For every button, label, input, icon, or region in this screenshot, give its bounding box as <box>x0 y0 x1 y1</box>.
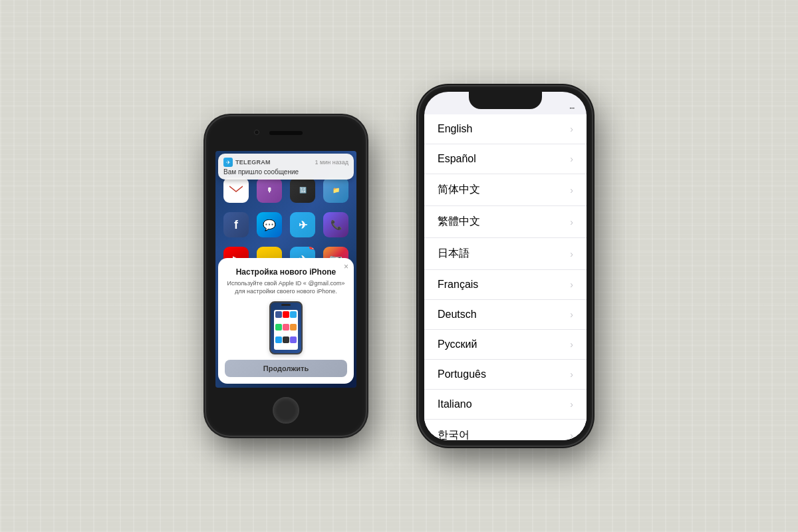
mini-app-4 <box>275 324 282 331</box>
svg-rect-0 <box>229 185 243 196</box>
modal-phone-image <box>269 301 303 354</box>
lang-item-german[interactable]: Deutsch › <box>424 300 587 330</box>
setup-modal: × Настройка нового iPhone Используйте св… <box>218 258 354 384</box>
lang-name-german: Deutsch <box>438 309 477 321</box>
lang-name-french: Français <box>438 279 478 291</box>
chevron-icon-portuguese: › <box>570 369 573 380</box>
language-list: English › Español › 简体中文 › 繁體中文 › 日本語 › … <box>424 114 587 440</box>
chevron-icon-japanese: › <box>570 249 573 259</box>
app-wrapper-files: 📁 Файлы <box>322 178 350 203</box>
modal-continue-button[interactable]: Продолжить <box>225 360 347 377</box>
battery-icon: ··· <box>569 105 575 112</box>
mini-app-3 <box>290 311 297 318</box>
lang-item-italian[interactable]: Italiano › <box>424 390 587 420</box>
notification-header: ✈ TELEGRAM 1 мин назад <box>223 158 348 167</box>
chevron-icon-german: › <box>570 309 573 320</box>
lang-item-russian[interactable]: Русский › <box>424 330 587 360</box>
modal-close-button[interactable]: × <box>344 262 348 271</box>
modal-body: Используйте свой Apple ID « @gmail.com» … <box>225 279 347 296</box>
notification-app-info: ✈ TELEGRAM <box>223 158 271 167</box>
chevron-icon-korean: › <box>570 430 573 441</box>
mini-app-5 <box>283 324 289 331</box>
lang-name-simplified-chinese: 简体中文 <box>438 183 480 197</box>
lang-item-french[interactable]: Français › <box>424 270 587 300</box>
notification-time: 1 мин назад <box>315 159 348 166</box>
app-wrapper-podcasts: 🎙 Подкасты <box>255 178 283 203</box>
mini-app-1 <box>275 311 282 318</box>
chevron-icon-russian: › <box>570 339 573 350</box>
lang-name-traditional-chinese: 繁體中文 <box>438 215 480 229</box>
modal-phone-screen <box>274 310 298 350</box>
mini-app-2 <box>283 311 289 318</box>
mini-app-8 <box>283 336 289 343</box>
app-wrapper-calc: 🔢 Калькулятор <box>289 178 317 203</box>
mini-app-6 <box>290 324 297 331</box>
iphonex-screen: ··· English › Español › 简体中文 › 繁體中文 › 日本… <box>424 92 587 440</box>
notification-banner[interactable]: ✈ TELEGRAM 1 мин назад Вам пришло сообще… <box>218 154 354 180</box>
app-facebook[interactable]: f <box>223 212 249 237</box>
app-wrapper-gmail: Gmail <box>222 178 250 203</box>
lang-name-japanese: 日本語 <box>438 247 469 261</box>
notification-app-name: TELEGRAM <box>235 159 271 166</box>
app-telegram[interactable]: ✈ <box>290 212 315 237</box>
app-calc[interactable]: 🔢 <box>290 178 315 203</box>
modal-title: Настройка нового iPhone <box>225 267 347 277</box>
lang-name-portuguese: Português <box>438 368 486 380</box>
lang-item-korean[interactable]: 한국어 › <box>424 420 587 440</box>
lang-name-korean: 한국어 <box>438 428 469 440</box>
telegram-app-icon: ✈ <box>223 158 233 167</box>
app-wrapper-viber: 📞 Viber <box>322 212 350 237</box>
chevron-icon-traditional-chinese: › <box>570 217 573 227</box>
lang-name-russian: Русский <box>438 338 477 350</box>
app-messenger[interactable]: 💬 <box>257 212 282 237</box>
chevron-icon-french: › <box>570 279 573 290</box>
lang-item-japanese[interactable]: 日本語 › <box>424 238 587 270</box>
app-files[interactable]: 📁 <box>323 178 348 203</box>
iphone6-screen: ✈ TELEGRAM 1 мин назад Вам пришло сообще… <box>215 151 356 388</box>
app-podcasts[interactable]: 🎙 <box>257 178 282 203</box>
lang-item-traditional-chinese[interactable]: 繁體中文 › <box>424 206 587 238</box>
lang-name-english: English <box>438 123 472 135</box>
chevron-icon-english: › <box>570 124 573 134</box>
lang-item-english[interactable]: English › <box>424 114 587 144</box>
status-icons: ··· <box>569 105 575 112</box>
app-gmail[interactable] <box>223 178 249 203</box>
app-wrapper-fb: f Facebook <box>222 212 250 237</box>
lang-item-portuguese[interactable]: Português › <box>424 360 587 390</box>
lang-item-simplified-chinese[interactable]: 简体中文 › <box>424 174 587 206</box>
app-viber[interactable]: 📞 <box>323 212 348 237</box>
iphone6-earpiece <box>269 131 303 135</box>
app-wrapper-telegram: ✈ Telegram <box>289 212 317 237</box>
chevron-icon-simplified-chinese: › <box>570 185 573 196</box>
iphone6-camera <box>254 130 259 135</box>
mini-app-9 <box>290 336 297 343</box>
lang-name-spanish: Español <box>438 153 476 165</box>
iphone6-device: ✈ TELEGRAM 1 мин назад Вам пришло сообще… <box>206 116 366 436</box>
lang-name-italian: Italiano <box>438 398 472 410</box>
mini-app-7 <box>275 336 282 343</box>
chevron-icon-italian: › <box>570 399 573 410</box>
chevron-icon-spanish: › <box>570 154 573 164</box>
app-wrapper-messenger: 💬 Messenger <box>255 212 283 237</box>
iphonex-notch <box>469 92 542 109</box>
lang-item-spanish[interactable]: Español › <box>424 144 587 174</box>
iphonex-device: ··· English › Español › 简体中文 › 繁體中文 › 日本… <box>419 86 592 446</box>
notification-message: Вам пришло сообщение <box>223 168 348 176</box>
